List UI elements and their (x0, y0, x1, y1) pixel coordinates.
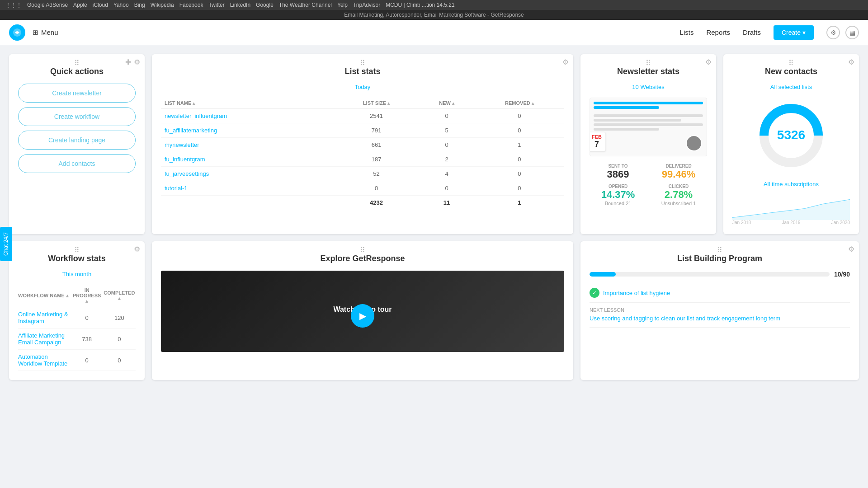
grid-icon: ⊞ (33, 28, 38, 37)
main-content: ⠿ ✚ ⚙ Quick actions Create newsletter Cr… (0, 45, 868, 389)
card-settings-button[interactable]: ⚙ (134, 245, 140, 253)
chat-sidebar[interactable]: Chat 24/7 (0, 227, 12, 261)
quick-actions-title: Quick actions (18, 67, 136, 76)
new-contacts-subtitle: All selected lists (732, 84, 850, 90)
drag-handle[interactable]: ⠿ (717, 246, 722, 254)
drag-handle[interactable]: ⠿ (360, 246, 365, 254)
bookmark-item[interactable]: Yahoo (113, 2, 129, 8)
newsletter-stats-subtitle: 10 Websites (590, 84, 707, 90)
list-building-card: ⠿ ⚙ List Building Program 10/90 ✓ Import… (580, 241, 859, 380)
bookmark-item[interactable]: Wikipedia (151, 2, 174, 8)
col-list-size[interactable]: List Size ▴ (334, 98, 419, 109)
completed-lesson-title[interactable]: Importance of list hygiene (603, 290, 670, 296)
newsletter-stats-card: ⠿ ⚙ Newsletter stats 10 Websites FEB 7 S… (580, 54, 716, 234)
table-row: fu_influentgram 187 2 0 (161, 152, 564, 167)
donut-chart: 5326 (732, 99, 850, 172)
bookmark-item[interactable]: Apple (73, 2, 87, 8)
bookmark-item[interactable]: MCDU | Climb ...tion 14.5.21 (386, 2, 455, 8)
clicked-stat: Clicked 2.78% Unsubscribed 1 (650, 184, 707, 206)
card-add-button[interactable]: ✚ (125, 58, 131, 66)
drag-handle[interactable]: ⠿ (74, 59, 80, 67)
workflow-stats-card: ⠿ ⚙ Workflow stats This month Workflow N… (9, 241, 145, 380)
next-lesson-title[interactable]: Use scoring and tagging to clean our lis… (590, 314, 850, 323)
create-workflow-button[interactable]: Create workflow (18, 107, 136, 126)
drag-handle[interactable]: ⠿ (646, 59, 651, 67)
add-contacts-button[interactable]: Add contacts (18, 154, 136, 173)
newsletter-avatar (686, 135, 702, 151)
app-header: ⊞ Menu Lists Reports Drafts Create ▾ ⚙ ▦ (0, 20, 868, 45)
col-completed[interactable]: Completed ▴ (103, 285, 136, 307)
bookmark-item[interactable]: LinkedIn (230, 2, 250, 8)
completed-icon: ✓ (590, 288, 599, 298)
mini-chart (732, 193, 850, 220)
next-lesson: Next Lesson Use scoring and tagging to c… (590, 303, 850, 328)
browser-menu-icon[interactable]: ⋮⋮⋮ (5, 2, 22, 8)
browser-title: Email Marketing, Autoresponder, Email Ma… (0, 10, 868, 20)
list-name-cell[interactable]: fu_affiliatemarketing (161, 123, 334, 138)
workflow-name-cell[interactable]: Automation Workflow Template (18, 350, 71, 371)
create-landing-page-button[interactable]: Create landing page (18, 131, 136, 150)
browser-bookmarks-bar: ⋮⋮⋮ const bData = JSON.parse(document.ge… (0, 0, 868, 10)
subscriptions-link[interactable]: All time subscriptions (732, 181, 850, 188)
nav-drafts[interactable]: Drafts (743, 28, 761, 36)
svg-text:5326: 5326 (777, 128, 805, 142)
drag-handle[interactable]: ⠿ (360, 59, 365, 67)
layout-icon[interactable]: ▦ (845, 26, 859, 39)
col-in-progress[interactable]: In Progress ▴ (71, 285, 103, 307)
video-thumbnail[interactable]: Watch video tour ▶ (161, 271, 564, 352)
col-list-name[interactable]: List Name ▴ (161, 98, 334, 109)
chart-labels: Jan 2018 Jan 2019 Jan 2020 (732, 220, 850, 225)
bookmark-item[interactable]: Google AdSense (27, 2, 68, 8)
play-button[interactable]: ▶ (351, 304, 374, 328)
bookmark-item[interactable]: Bing (134, 2, 145, 8)
drag-handle[interactable]: ⠿ (788, 59, 794, 67)
bookmark-item[interactable]: The Weather Channel (279, 2, 332, 8)
progress-label: 10/90 (834, 271, 850, 278)
completed-lesson: ✓ Importance of list hygiene (590, 283, 850, 303)
col-removed[interactable]: Removed ▴ (475, 98, 564, 109)
settings-icon[interactable]: ⚙ (826, 26, 840, 39)
create-button[interactable]: Create ▾ (774, 25, 814, 40)
delivered-stat: Delivered 99.46% (650, 164, 707, 180)
table-row: Online Marketing & Instagram 0 120 (18, 307, 136, 328)
bookmark-item[interactable]: Google (256, 2, 274, 8)
table-row: mynewsletter 661 0 1 (161, 138, 564, 152)
bookmark-item[interactable]: Twitter (208, 2, 224, 8)
main-nav: Lists Reports Drafts Create ▾ (680, 25, 814, 40)
bookmark-item[interactable]: Facebook (179, 2, 203, 8)
list-name-cell[interactable]: mynewsletter (161, 138, 334, 152)
card-settings-button[interactable]: ⚙ (705, 58, 712, 66)
chevron-down-icon: ▾ (802, 29, 806, 36)
workflow-stats-subtitle: This month (18, 271, 136, 277)
quick-actions-card: ⠿ ✚ ⚙ Quick actions Create newsletter Cr… (9, 54, 145, 234)
bookmark-item[interactable]: TripAdvisor (353, 2, 380, 8)
nav-reports[interactable]: Reports (706, 28, 730, 36)
nav-lists[interactable]: Lists (680, 28, 694, 36)
card-settings-button[interactable]: ⚙ (134, 58, 140, 66)
list-stats-card: ⠿ ⚙ List stats Today List Name ▴ List Si… (152, 54, 573, 234)
newsletter-stats-title: Newsletter stats (590, 67, 707, 76)
explore-title: Explore GetResponse (161, 254, 564, 263)
bookmark-item[interactable]: Yelp (337, 2, 348, 8)
workflow-name-cell[interactable]: Online Marketing & Instagram (18, 307, 71, 328)
bookmark-item[interactable]: iCloud (93, 2, 108, 8)
card-settings-button[interactable]: ⚙ (848, 245, 854, 253)
list-name-cell[interactable]: newsletter_influentgram (161, 109, 334, 123)
col-workflow-name[interactable]: Workflow Name ▴ (18, 285, 71, 307)
workflow-name-cell[interactable]: Affiliate Marketing Email Campaign (18, 328, 71, 350)
card-settings-button[interactable]: ⚙ (848, 58, 854, 66)
newsletter-stats-grid: Sent To 3869 Delivered 99.46% Opened 14.… (590, 164, 707, 206)
menu-button[interactable]: ⊞ Menu (33, 28, 58, 37)
header-icons: ⚙ ▦ (826, 26, 859, 39)
drag-handle[interactable]: ⠿ (74, 246, 80, 254)
table-row: fu_affiliatemarketing 791 5 0 (161, 123, 564, 138)
newsletter-date-badge: FEB 7 (590, 132, 606, 151)
list-name-cell[interactable]: tutorial-1 (161, 181, 334, 196)
table-row: Affiliate Marketing Email Campaign 738 0 (18, 328, 136, 350)
create-newsletter-button[interactable]: Create newsletter (18, 84, 136, 103)
card-settings-button[interactable]: ⚙ (562, 58, 569, 66)
list-name-cell[interactable]: fu_jarveesettings (161, 167, 334, 181)
list-name-cell[interactable]: fu_influentgram (161, 152, 334, 167)
col-new[interactable]: New ▴ (419, 98, 475, 109)
workflow-table: Workflow Name ▴ In Progress ▴ Completed … (18, 285, 136, 371)
